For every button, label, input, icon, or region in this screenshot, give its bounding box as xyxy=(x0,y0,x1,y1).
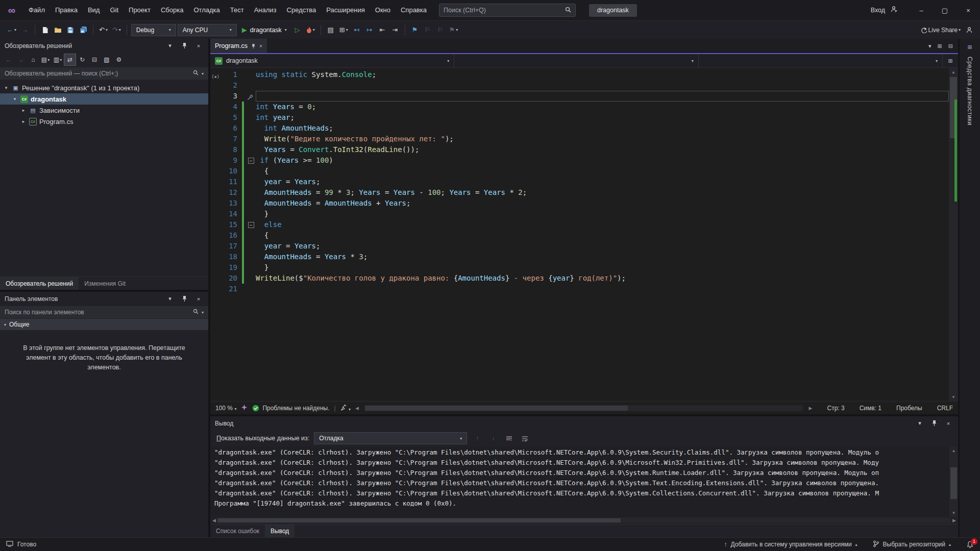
scroll-right-icon[interactable]: ▶ xyxy=(952,518,956,523)
scroll-down-icon[interactable]: ▼ xyxy=(949,393,958,401)
code-line[interactable]: 8 Years = Convert.ToInt32(ReadLine()); xyxy=(210,144,949,155)
fold-margin[interactable] xyxy=(246,134,256,144)
menu-item[interactable]: Справка xyxy=(396,0,432,20)
collapse-region-icon[interactable]: − xyxy=(248,158,254,164)
menu-item[interactable]: Правка xyxy=(50,0,83,20)
live-share-button[interactable]: Live Share▾ xyxy=(919,24,962,36)
fold-margin[interactable] xyxy=(246,198,256,209)
tree-expand-icon[interactable]: ▸ xyxy=(20,108,27,113)
code-line[interactable]: 2 xyxy=(210,80,949,91)
next-bookmark-button[interactable]: ⚐ xyxy=(435,24,446,36)
tree-item[interactable]: ▸▤Зависимости xyxy=(0,105,208,116)
active-files-chevron-icon[interactable]: ▾ xyxy=(928,43,932,49)
undo-button[interactable]: ↶▾ xyxy=(97,24,109,36)
menu-item[interactable]: Анализ xyxy=(249,0,282,20)
menu-item[interactable]: Вид xyxy=(83,0,105,20)
history-back-button[interactable]: ← xyxy=(3,54,14,65)
spaces-indicator[interactable]: Пробелы xyxy=(896,405,922,412)
close-icon[interactable]: × xyxy=(193,41,204,51)
sync-with-active-document-button[interactable]: ⇄ xyxy=(64,54,76,65)
go-to-next-location-button[interactable]: ↦ xyxy=(364,24,375,36)
menu-item[interactable]: Расширения xyxy=(321,0,370,20)
code-line[interactable]: 21 xyxy=(210,284,949,294)
tree-expand-icon[interactable]: ▸ xyxy=(20,119,27,124)
close-tab-icon[interactable]: × xyxy=(259,43,262,49)
output-vertical-scrollbar[interactable]: ▲ ▼ xyxy=(949,446,958,517)
zoom-dropdown[interactable]: 100 % ▾ xyxy=(215,405,236,412)
chevron-down-icon[interactable]: ▾ xyxy=(202,310,204,315)
go-to-previous-location-button[interactable]: ↤ xyxy=(351,24,362,36)
fold-margin[interactable] xyxy=(246,123,256,134)
properties-button[interactable]: ⚙ xyxy=(113,54,125,65)
clear-output-button[interactable] xyxy=(503,433,514,444)
menu-item[interactable]: Файл xyxy=(23,0,50,20)
chevron-down-icon[interactable]: ▾ xyxy=(202,71,204,76)
scroll-left-icon[interactable]: ◀ xyxy=(355,406,359,411)
document-tab[interactable]: Program.cs × xyxy=(210,39,267,53)
toolbox-group-header[interactable]: ▾ Общие xyxy=(0,319,208,330)
line-indicator[interactable]: Стр: 3 xyxy=(827,405,845,412)
account-icon[interactable] xyxy=(890,6,897,15)
problems-indicator[interactable]: Проблемы не найдены. xyxy=(252,405,329,412)
scroll-up-icon[interactable]: ▲ xyxy=(949,446,958,455)
code-line[interactable]: 9− if (Years >= 100) xyxy=(210,155,949,166)
refresh-button[interactable]: ↻ xyxy=(77,54,88,65)
code-line[interactable]: 5int year; xyxy=(210,112,949,123)
scroll-down-icon[interactable]: ▼ xyxy=(949,509,958,517)
fold-margin[interactable] xyxy=(246,112,256,123)
new-item-button[interactable] xyxy=(39,24,51,36)
switch-views-button[interactable]: ▤▾ xyxy=(40,54,51,65)
history-forward-button[interactable]: → xyxy=(15,54,27,65)
editor-vertical-scrollbar[interactable]: ▲ ▼ xyxy=(949,68,958,401)
tree-expand-icon[interactable]: ▾ xyxy=(12,96,18,102)
editor-options-icon[interactable]: ⊞ xyxy=(943,54,958,67)
tree-expand-icon[interactable]: ▾ xyxy=(3,85,9,90)
pin-icon[interactable] xyxy=(251,43,256,49)
code-line[interactable]: 20WriteLine($"Количество голов у дракона… xyxy=(210,273,949,284)
menu-item[interactable]: Git xyxy=(105,0,124,20)
fold-margin[interactable] xyxy=(246,230,256,241)
code-line[interactable]: 18 AmountHeads = Years * 3; xyxy=(210,252,949,262)
chevron-down-icon[interactable]: ▾ xyxy=(915,418,925,429)
filter-button[interactable]: ▥▾ xyxy=(52,54,63,65)
fold-margin[interactable] xyxy=(246,252,256,262)
menu-item[interactable]: Тест xyxy=(225,0,249,20)
solution-explorer-search[interactable]: Обозреватель решений — поиск (Ctrl+;) ▾ xyxy=(0,67,208,80)
panel-tab[interactable]: Изменения Git xyxy=(79,277,131,290)
fold-margin[interactable] xyxy=(246,241,256,252)
add-to-source-control-button[interactable]: ↑ Добавить в систему управления версиями… xyxy=(724,541,857,548)
type-dropdown[interactable]: ▾ xyxy=(454,54,698,67)
fold-margin[interactable]: − xyxy=(246,155,256,166)
clear-bookmarks-button[interactable]: ⚑▾ xyxy=(448,24,460,36)
code-line[interactable]: 3 xyxy=(210,91,949,102)
home-button[interactable]: ⌂ xyxy=(28,54,39,65)
code-line[interactable]: 19 } xyxy=(210,262,949,273)
fold-margin[interactable] xyxy=(246,273,256,284)
scroll-up-icon[interactable]: ▲ xyxy=(949,68,958,76)
collapse-region-icon[interactable]: − xyxy=(248,222,254,228)
minimize-button[interactable]: – xyxy=(910,0,933,20)
redo-button[interactable]: ↷▾ xyxy=(111,24,122,36)
navigate-forward-button[interactable]: → xyxy=(19,24,31,36)
decrease-indent-button[interactable]: ⇤ xyxy=(377,24,388,36)
menu-item[interactable]: Окно xyxy=(370,0,396,20)
split-window-button[interactable]: ⊞▾ xyxy=(338,24,350,36)
pin-icon[interactable] xyxy=(929,418,939,429)
code-line[interactable]: 14 } xyxy=(210,209,949,219)
code-cleanup-button[interactable]: ▾ xyxy=(340,404,351,412)
panel-tab[interactable]: Обозреватель решений xyxy=(0,277,79,290)
code-line[interactable]: 16 { xyxy=(210,230,949,241)
output-lines[interactable]: "dragontask.exe" (CoreCLR: clrhost). Заг… xyxy=(210,446,949,517)
code-line[interactable]: 17 year = Years; xyxy=(210,241,949,252)
line-ending-indicator[interactable]: CRLF xyxy=(937,405,953,412)
fold-margin[interactable] xyxy=(246,209,256,219)
previous-bookmark-button[interactable]: ⚐ xyxy=(422,24,433,36)
code-line[interactable]: 4int Years = 0; xyxy=(210,102,949,112)
fold-margin[interactable] xyxy=(246,80,256,91)
float-tab-icon[interactable]: ⊟ xyxy=(948,43,953,49)
fold-margin[interactable] xyxy=(246,177,256,187)
output-horizontal-scrollbar[interactable]: ◀ ▶ xyxy=(210,517,958,524)
show-all-files-button[interactable]: ▧ xyxy=(101,54,112,65)
previous-message-button[interactable]: ↑ xyxy=(472,433,483,444)
menu-item[interactable]: Сборка xyxy=(156,0,189,20)
